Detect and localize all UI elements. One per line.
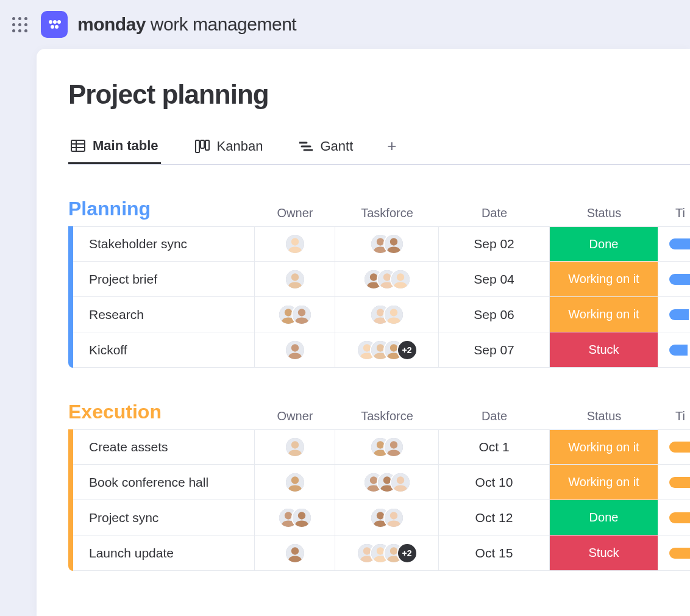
group-execution: ExecutionOwnerTaskforceDateStatusTiCreat… bbox=[68, 401, 690, 571]
date-cell[interactable]: Sep 04 bbox=[439, 262, 550, 296]
date-cell[interactable]: Sep 07 bbox=[439, 332, 550, 367]
table-row[interactable]: Project syncOct 12Done bbox=[73, 500, 690, 535]
owner-cell[interactable] bbox=[255, 227, 335, 261]
timeline-cell[interactable] bbox=[658, 465, 690, 500]
col-status[interactable]: Status bbox=[550, 206, 658, 220]
status-cell[interactable]: Working on it bbox=[550, 262, 658, 296]
table-row[interactable]: Stakeholder syncSep 02Done bbox=[73, 226, 690, 262]
col-timeline[interactable]: Ti bbox=[658, 409, 690, 423]
avatar-stack[interactable] bbox=[285, 543, 305, 564]
owner-cell[interactable] bbox=[255, 262, 335, 296]
status-cell[interactable]: Stuck bbox=[550, 332, 658, 367]
timeline-cell[interactable] bbox=[658, 332, 690, 367]
avatar bbox=[285, 234, 305, 254]
taskforce-cell[interactable] bbox=[335, 227, 439, 261]
avatar-stack[interactable] bbox=[363, 269, 411, 290]
status-cell[interactable]: Done bbox=[550, 227, 658, 261]
item-name-cell[interactable]: Launch update bbox=[73, 535, 255, 570]
item-name-cell[interactable]: Project sync bbox=[73, 500, 255, 535]
avatar-stack[interactable] bbox=[285, 340, 305, 360]
timeline-cell[interactable] bbox=[658, 535, 690, 570]
product-logo[interactable] bbox=[41, 11, 68, 38]
item-name-cell[interactable]: Research bbox=[73, 297, 255, 332]
taskforce-cell[interactable]: +2 bbox=[335, 535, 439, 570]
add-view-button[interactable]: + bbox=[387, 137, 396, 164]
avatar-stack[interactable] bbox=[285, 437, 305, 457]
avatar-stack[interactable]: +2 bbox=[357, 340, 418, 360]
avatar-stack[interactable] bbox=[278, 507, 312, 528]
table-row[interactable]: Project briefSep 04Working on it bbox=[73, 262, 690, 297]
avatar-stack[interactable] bbox=[285, 269, 305, 290]
timeline-cell[interactable] bbox=[658, 227, 690, 261]
tab-kanban[interactable]: Kanban bbox=[193, 138, 266, 163]
date-cell[interactable]: Sep 06 bbox=[439, 297, 550, 332]
taskforce-cell[interactable] bbox=[335, 500, 439, 535]
date-cell[interactable]: Oct 12 bbox=[439, 500, 550, 535]
gantt-icon bbox=[299, 141, 313, 152]
avatar-stack[interactable] bbox=[370, 507, 404, 528]
timeline-cell[interactable] bbox=[658, 297, 690, 332]
owner-cell[interactable] bbox=[255, 297, 335, 332]
owner-cell[interactable] bbox=[255, 332, 335, 367]
col-taskforce[interactable]: Taskforce bbox=[335, 206, 439, 220]
owner-cell[interactable] bbox=[255, 465, 335, 500]
table-row[interactable]: Book conference hallOct 10Working on it bbox=[73, 465, 690, 500]
col-owner[interactable]: Owner bbox=[255, 409, 335, 423]
col-status[interactable]: Status bbox=[550, 409, 658, 423]
owner-cell[interactable] bbox=[255, 430, 335, 464]
col-timeline[interactable]: Ti bbox=[658, 206, 690, 220]
avatar bbox=[291, 507, 312, 528]
tab-gantt[interactable]: Gantt bbox=[297, 138, 355, 163]
item-name-cell[interactable]: Kickoff bbox=[73, 332, 255, 367]
table-row[interactable]: Launch update+2Oct 15Stuck bbox=[73, 535, 690, 571]
timeline-cell[interactable] bbox=[658, 500, 690, 535]
item-name-cell[interactable]: Book conference hall bbox=[73, 465, 255, 500]
table-row[interactable]: Kickoff+2Sep 07Stuck bbox=[73, 332, 690, 368]
taskforce-cell[interactable] bbox=[335, 465, 439, 500]
tab-label: Gantt bbox=[320, 138, 353, 154]
status-cell[interactable]: Stuck bbox=[550, 535, 658, 570]
group-title[interactable]: Planning bbox=[68, 198, 255, 220]
status-cell[interactable]: Working on it bbox=[550, 430, 658, 464]
taskforce-cell[interactable] bbox=[335, 262, 439, 296]
svg-point-3 bbox=[55, 25, 59, 29]
date-cell[interactable]: Oct 10 bbox=[439, 465, 550, 500]
status-cell[interactable]: Working on it bbox=[550, 465, 658, 500]
table-row[interactable]: ResearchSep 06Working on it bbox=[73, 297, 690, 332]
taskforce-cell[interactable]: +2 bbox=[335, 332, 439, 367]
col-owner[interactable]: Owner bbox=[255, 206, 335, 220]
timeline-cell[interactable] bbox=[658, 430, 690, 464]
page-title: Project planning bbox=[68, 79, 690, 110]
tab-main-table[interactable]: Main table bbox=[68, 138, 161, 164]
avatar-stack[interactable] bbox=[285, 472, 305, 493]
avatar-stack[interactable]: +2 bbox=[357, 543, 418, 564]
svg-point-60 bbox=[284, 512, 291, 519]
status-cell[interactable]: Done bbox=[550, 500, 658, 535]
col-taskforce[interactable]: Taskforce bbox=[335, 409, 439, 423]
col-date[interactable]: Date bbox=[439, 206, 550, 220]
col-date[interactable]: Date bbox=[439, 409, 550, 423]
taskforce-cell[interactable] bbox=[335, 430, 439, 464]
avatar bbox=[390, 269, 411, 290]
item-name-cell[interactable]: Create assets bbox=[73, 430, 255, 464]
brand-bold: monday bbox=[77, 14, 146, 34]
owner-cell[interactable] bbox=[255, 500, 335, 535]
table-row[interactable]: Create assetsOct 1Working on it bbox=[73, 429, 690, 465]
avatar-stack[interactable] bbox=[370, 437, 404, 457]
status-cell[interactable]: Working on it bbox=[550, 297, 658, 332]
item-name-cell[interactable]: Project brief bbox=[73, 262, 255, 296]
taskforce-cell[interactable] bbox=[335, 297, 439, 332]
avatar-stack[interactable] bbox=[278, 304, 312, 325]
avatar-stack[interactable] bbox=[370, 234, 404, 254]
avatar-stack[interactable] bbox=[363, 472, 411, 493]
group-title[interactable]: Execution bbox=[68, 401, 255, 423]
date-cell[interactable]: Sep 02 bbox=[439, 227, 550, 261]
apps-menu-icon[interactable] bbox=[9, 13, 31, 36]
date-cell[interactable]: Oct 15 bbox=[439, 535, 550, 570]
owner-cell[interactable] bbox=[255, 535, 335, 570]
avatar-stack[interactable] bbox=[285, 234, 305, 254]
item-name-cell[interactable]: Stakeholder sync bbox=[73, 227, 255, 261]
date-cell[interactable]: Oct 1 bbox=[439, 430, 550, 464]
timeline-cell[interactable] bbox=[658, 262, 690, 296]
avatar-stack[interactable] bbox=[370, 304, 404, 325]
